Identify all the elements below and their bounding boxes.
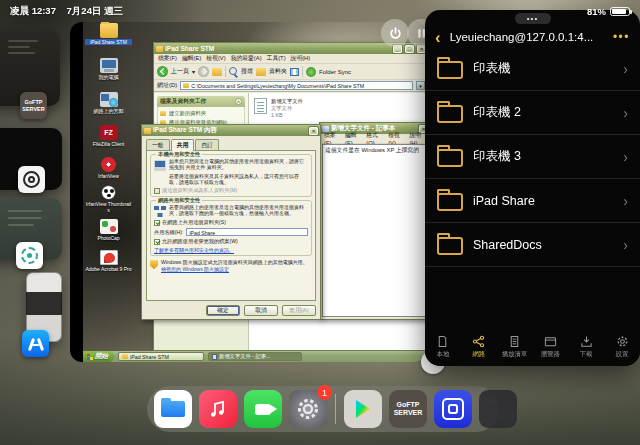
tab-sharing[interactable]: 共用 xyxy=(171,139,195,151)
irfanview-icon xyxy=(101,157,116,172)
allow-change-checkbox[interactable]: 允許網路使用者變更我的檔案(W) xyxy=(154,238,308,245)
checkbox-checked xyxy=(154,220,160,226)
folder-sync-label[interactable]: Folder Sync xyxy=(319,69,351,75)
sharing-properties-dialog[interactable]: iPad Share STM 內容 × 一般 共用 自訂 本機共用和安全性 如果… xyxy=(141,124,321,320)
maximize-button[interactable]: □ xyxy=(405,45,414,53)
tab-settings[interactable]: 設置 xyxy=(604,330,640,366)
dock-facetime-app[interactable] xyxy=(244,390,282,428)
tab-downloads[interactable]: 下載 xyxy=(568,330,604,366)
download-icon xyxy=(580,335,593,348)
back-label[interactable]: 上一頁 xyxy=(171,67,189,76)
close-button[interactable]: × xyxy=(309,127,318,135)
desktop-icon-acrobat[interactable]: Adobe Acrobat 9 Pro xyxy=(85,250,132,272)
menu-edit[interactable]: 編輯(E) xyxy=(182,54,201,63)
share-on-network-checkbox[interactable]: 在網路上共用這個資料夾(S) xyxy=(154,219,308,226)
chevron-right-icon: › xyxy=(623,149,628,165)
private-folder-checkbox[interactable]: 讓這個資料夾成為私人資料夾(M) xyxy=(154,187,308,194)
folders-label[interactable]: 資料夾 xyxy=(269,67,287,76)
explorer-title-bar[interactable]: iPad Share STM _ □ × xyxy=(154,43,426,54)
task-new-folder[interactable]: 建立新的資料夾 xyxy=(160,110,242,116)
file-item[interactable]: 新增文字文件 文字文件 1 KB xyxy=(254,98,303,119)
slide-over-file-panel[interactable]: ••• ‹ Lyeuiechang@127.0.0.1:4... ••• 印表機… xyxy=(425,10,640,366)
start-button[interactable]: 開始 xyxy=(83,351,114,362)
task-pane-header[interactable]: 檔案及資料夾工作 ^ xyxy=(157,96,245,107)
desktop-icon-photocap[interactable]: PhotoCap xyxy=(85,219,132,241)
cancel-button[interactable]: 取消 xyxy=(244,305,278,316)
search-icon[interactable] xyxy=(229,67,238,76)
dialog-title: iPad Share STM 內容 xyxy=(153,126,306,135)
menu-tools[interactable]: 工具(T) xyxy=(267,54,286,63)
dock-squares-app[interactable] xyxy=(434,390,472,428)
dotted-ring-app-icon[interactable] xyxy=(16,242,43,269)
dock-app-library[interactable] xyxy=(479,390,517,428)
notification-badge: 1 xyxy=(317,385,332,400)
folder-row-ipad-share[interactable]: iPad Share › xyxy=(425,179,640,223)
folder-row-shareddocs[interactable]: SharedDocs › xyxy=(425,223,640,267)
taskbar-item-explorer[interactable]: iPad Share STM xyxy=(118,352,204,361)
desktop-icon-my-computer[interactable]: 我的電腦 xyxy=(85,58,132,80)
local-sharing-text-2: 若要將這個資料夾及其子資料夾設為私人，讓只有您可以存取，請選取以下核取方塊。 xyxy=(169,173,308,186)
dock-play-store-app[interactable] xyxy=(344,390,382,428)
dock: 1 GoFTP SERVER xyxy=(147,386,499,432)
explorer-address-bar[interactable]: 網址(D) C:\Documents and Settings\Lyeuiech… xyxy=(154,80,426,92)
status-time: 凌晨 12:37 xyxy=(10,5,56,16)
dock-settings-app[interactable]: 1 xyxy=(289,390,327,428)
folder-icon xyxy=(437,237,463,255)
back-icon[interactable] xyxy=(157,66,168,77)
notepad-text-area[interactable]: 這個文件是在 Windows XP 上撰寫的 xyxy=(322,144,426,317)
notepad-window[interactable]: 新增文字文件 - 記事本 × 檔案(F) 編輯(E) 格式(O) 檢視(V) 說… xyxy=(319,122,426,320)
remote-screen[interactable]: iPad Share STM 我的電腦 網路上的芳鄰 FZ FileZilla … xyxy=(83,22,426,362)
desktop-icon-folder[interactable]: iPad Share STM xyxy=(85,23,132,45)
apply-button[interactable]: 套用(A) xyxy=(282,305,316,316)
circles-app-icon[interactable] xyxy=(18,166,45,193)
share-name-input[interactable]: iPad Share xyxy=(186,228,308,236)
vnc-power-button[interactable] xyxy=(381,19,409,47)
address-field[interactable]: C:\Documents and Settings\Lyeuiechang\My… xyxy=(180,81,413,90)
goftp-app-icon[interactable]: GoFTP SERVER xyxy=(20,92,47,119)
desktop-icon-irfanview-thumbnails[interactable]: IrfanView Thumbnails xyxy=(85,185,132,213)
desktop-icon-irfanview[interactable]: IrfanView xyxy=(85,157,132,179)
file-type: 文字文件 xyxy=(271,105,303,112)
remote-desktop-window[interactable]: iPad Share STM 我的電腦 網路上的芳鄰 FZ FileZilla … xyxy=(70,22,426,362)
collapse-icon[interactable]: ^ xyxy=(235,98,242,105)
app-store-icon[interactable] xyxy=(22,330,49,357)
address-dropdown[interactable]: ▾ xyxy=(416,81,425,90)
desktop-icon-network[interactable]: 網路上的芳鄰 xyxy=(85,92,132,114)
address-path: C:\Documents and Settings\Lyeuiechang\My… xyxy=(191,83,364,89)
network-icon xyxy=(100,92,118,107)
taskbar-item-notepad[interactable]: 新增文字文件 - 記事... xyxy=(208,352,302,361)
firewall-settings-link[interactable]: 檢視您的 Windows 防火牆設定 xyxy=(161,266,229,272)
dock-goftp-server-app[interactable]: GoFTP SERVER xyxy=(389,390,427,428)
menu-view[interactable]: 檢視(V) xyxy=(206,54,225,63)
computer-icon xyxy=(100,58,118,73)
forward-icon[interactable] xyxy=(198,66,209,77)
folders-icon[interactable] xyxy=(256,68,266,76)
views-icon[interactable] xyxy=(290,68,299,76)
folder-sync-icon[interactable] xyxy=(306,67,316,77)
folder-row-printer3[interactable]: 印表機 3 › xyxy=(425,135,640,179)
menu-help[interactable]: 說明(H) xyxy=(291,54,311,63)
dock-files-app[interactable] xyxy=(154,390,192,428)
tab-browser[interactable]: 瀏覽器 xyxy=(532,330,568,366)
folder-row-printer2[interactable]: 印表機 2 › xyxy=(425,91,640,135)
explorer-menu-bar[interactable]: 檔案(F) 編輯(E) 檢視(V) 我的最愛(A) 工具(T) 說明(H) xyxy=(154,54,426,64)
status-bar: 凌晨 12:37 7月24日 週三 81% xyxy=(0,0,640,20)
menu-file[interactable]: 檔案(F) xyxy=(158,54,177,63)
tab-local[interactable]: 本地 xyxy=(425,330,461,366)
up-folder-icon[interactable] xyxy=(212,68,222,76)
address-label: 網址(D) xyxy=(157,81,177,90)
menu-favorites[interactable]: 我的最愛(A) xyxy=(231,54,262,63)
tab-playlist[interactable]: 播放清單 xyxy=(497,330,533,366)
ok-button[interactable]: 確定 xyxy=(206,305,240,316)
back-dropdown[interactable]: ▾ xyxy=(192,68,195,75)
learn-more-link[interactable]: 了解更多有關共用和安全性的資訊。 xyxy=(154,247,234,253)
dock-music-app[interactable] xyxy=(199,390,237,428)
back-chevron-icon[interactable]: ‹ xyxy=(435,29,441,46)
search-label[interactable]: 搜尋 xyxy=(241,67,253,76)
desktop-icon-filezilla[interactable]: FZ FileZilla Client xyxy=(85,125,132,147)
tab-network[interactable]: 網路 xyxy=(461,330,497,366)
concentric-squares-icon xyxy=(442,398,464,420)
xp-taskbar[interactable]: 開始 iPad Share STM 新增文字文件 - 記事... xyxy=(83,351,426,362)
explorer-toolbar[interactable]: 上一頁 ▾ 搜尋 資料夾 Folder Sync xyxy=(154,64,426,80)
folder-row-printer1[interactable]: 印表機 › xyxy=(425,47,640,91)
